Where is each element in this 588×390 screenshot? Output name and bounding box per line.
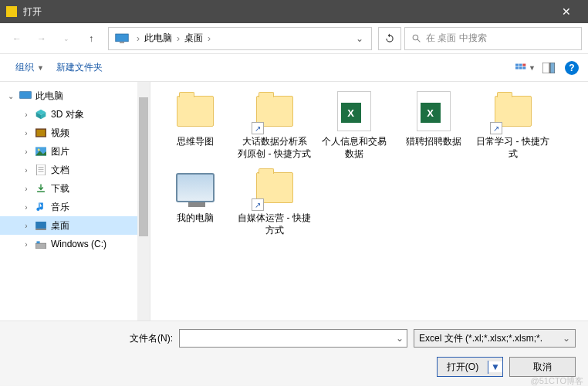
file-item[interactable]: ↗ 自媒体运营 - 快捷方式 bbox=[238, 166, 311, 236]
open-button[interactable]: 打开(O) ▼ bbox=[437, 357, 503, 377]
chevron-right-icon: › bbox=[137, 33, 140, 44]
tree-item-drive-c[interactable]: › Windows (C:) bbox=[0, 235, 150, 253]
drive-icon bbox=[34, 240, 48, 249]
filetype-dropdown[interactable]: Excel 文件 (*.xl;*.xlsx;*.xlsm;*. ⌄ bbox=[414, 329, 576, 348]
tree-item-downloads[interactable]: › 下载 bbox=[0, 179, 150, 198]
shortcut-icon: ↗ bbox=[252, 198, 264, 211]
svg-rect-17 bbox=[36, 130, 45, 136]
svg-rect-9 bbox=[522, 66, 525, 69]
svg-rect-27 bbox=[35, 243, 46, 249]
download-icon bbox=[34, 183, 48, 194]
cancel-button[interactable]: 取消 bbox=[509, 357, 576, 377]
tree-scrollbar[interactable] bbox=[137, 82, 150, 320]
file-item[interactable]: X 个人信息和交易数据 bbox=[317, 90, 390, 160]
expand-icon[interactable]: › bbox=[22, 240, 31, 249]
breadcrumb-root[interactable]: 此电脑 bbox=[144, 32, 172, 45]
close-button[interactable]: ✕ bbox=[551, 5, 582, 18]
svg-rect-8 bbox=[519, 66, 522, 69]
new-folder-button[interactable]: 新建文件夹 bbox=[50, 58, 109, 77]
chevron-down-icon: ▼ bbox=[529, 64, 536, 72]
chevron-right-icon: › bbox=[177, 33, 180, 44]
expand-icon[interactable]: › bbox=[22, 185, 31, 193]
svg-rect-6 bbox=[522, 63, 525, 66]
tree-item-music[interactable]: › 音乐 bbox=[0, 198, 150, 216]
svg-rect-28 bbox=[37, 241, 40, 243]
svg-rect-1 bbox=[120, 42, 124, 43]
pc-icon bbox=[176, 173, 215, 202]
excel-icon: X bbox=[417, 91, 451, 131]
help-button[interactable]: ? bbox=[565, 61, 579, 75]
svg-rect-4 bbox=[515, 63, 519, 66]
expand-icon[interactable]: › bbox=[22, 129, 31, 137]
cube-icon bbox=[34, 109, 48, 120]
file-list: 思维导图 ↗ 大话数据分析系列原创 - 快捷方式 X 个人信息和交易数据 X 猎… bbox=[150, 82, 588, 320]
file-item[interactable]: ↗ 日常学习 - 快捷方式 bbox=[476, 90, 549, 160]
svg-rect-7 bbox=[515, 66, 519, 69]
nav-up-button[interactable]: ↑ bbox=[80, 28, 102, 49]
window-title: 打开 bbox=[23, 5, 551, 19]
video-icon bbox=[34, 128, 48, 137]
filename-label: 文件名(N): bbox=[113, 332, 173, 345]
search-input[interactable]: 在 桌面 中搜索 bbox=[404, 27, 582, 50]
tree-item-documents[interactable]: › 文档 bbox=[0, 161, 150, 179]
preview-pane-button[interactable] bbox=[539, 59, 559, 77]
svg-rect-10 bbox=[542, 63, 549, 73]
nav-back-button[interactable]: ← bbox=[6, 28, 28, 49]
desktop-icon bbox=[34, 222, 48, 230]
breadcrumb[interactable]: › 此电脑 › 桌面 › ⌄ bbox=[108, 27, 372, 50]
tree-item-videos[interactable]: › 视频 bbox=[0, 124, 150, 142]
expand-icon[interactable]: › bbox=[22, 110, 31, 119]
collapse-icon[interactable]: ⌄ bbox=[6, 92, 15, 100]
music-icon bbox=[34, 202, 48, 212]
search-placeholder: 在 桌面 中搜索 bbox=[426, 32, 487, 45]
svg-point-2 bbox=[413, 35, 418, 40]
expand-icon[interactable]: › bbox=[22, 222, 31, 230]
svg-rect-25 bbox=[35, 222, 46, 229]
open-dropdown[interactable]: ▼ bbox=[488, 361, 502, 372]
breadcrumb-current[interactable]: 桌面 bbox=[184, 32, 203, 45]
folder-icon bbox=[177, 96, 214, 127]
svg-rect-11 bbox=[550, 63, 555, 73]
app-icon bbox=[6, 6, 17, 17]
expand-icon[interactable]: › bbox=[22, 148, 31, 156]
expand-icon[interactable]: › bbox=[22, 203, 31, 212]
excel-icon: X bbox=[337, 91, 371, 131]
svg-rect-5 bbox=[519, 63, 522, 66]
svg-rect-0 bbox=[116, 34, 129, 42]
doc-icon bbox=[34, 164, 48, 175]
chevron-right-icon: › bbox=[208, 33, 211, 44]
breadcrumb-dropdown[interactable]: ⌄ bbox=[351, 33, 368, 44]
nav-recent-dropdown[interactable]: ⌄ bbox=[56, 28, 77, 49]
nav-forward-button[interactable]: → bbox=[31, 28, 52, 49]
chevron-down-icon[interactable]: ⌄ bbox=[396, 333, 404, 344]
tree-item-pictures[interactable]: › 图片 bbox=[0, 142, 150, 161]
navigation-tree: ⌄ 此电脑 › 3D 对象 › 视频 › 图片 › 文档 › 下载 bbox=[0, 82, 150, 320]
file-item[interactable]: X 猎聘招聘数据 bbox=[397, 90, 470, 160]
file-item[interactable]: 思维导图 bbox=[158, 90, 231, 160]
expand-icon[interactable]: › bbox=[22, 166, 31, 175]
svg-line-3 bbox=[417, 39, 420, 42]
chevron-down-icon: ⌄ bbox=[563, 333, 570, 344]
filename-input[interactable]: ⌄ bbox=[179, 329, 407, 348]
search-icon bbox=[411, 33, 421, 43]
tree-root-thispc[interactable]: ⌄ 此电脑 bbox=[0, 86, 150, 105]
shortcut-icon: ↗ bbox=[490, 122, 502, 134]
pc-icon bbox=[112, 33, 132, 44]
picture-icon bbox=[34, 147, 48, 156]
pc-icon bbox=[19, 91, 32, 100]
tree-item-3dobjects[interactable]: › 3D 对象 bbox=[0, 105, 150, 124]
file-item[interactable]: ↗ 大话数据分析系列原创 - 快捷方式 bbox=[238, 90, 311, 160]
tree-item-desktop[interactable]: › 桌面 bbox=[0, 216, 150, 235]
svg-rect-26 bbox=[35, 228, 46, 229]
svg-point-19 bbox=[38, 149, 40, 151]
refresh-button[interactable] bbox=[378, 27, 401, 50]
svg-rect-12 bbox=[20, 92, 32, 99]
view-options-button[interactable]: ▼ bbox=[515, 59, 536, 77]
organize-button[interactable]: 组织 ▼ bbox=[9, 58, 50, 77]
watermark: @51CTO博客 bbox=[531, 375, 583, 387]
chevron-down-icon: ▼ bbox=[37, 64, 44, 72]
svg-rect-21 bbox=[36, 164, 45, 175]
shortcut-icon: ↗ bbox=[252, 122, 264, 134]
file-item[interactable]: 我的电脑 bbox=[158, 166, 231, 236]
